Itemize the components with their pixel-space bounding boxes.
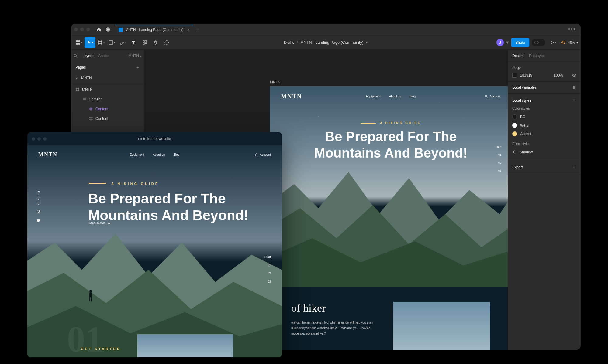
svg-rect-3 [76,43,78,45]
browser-traffic-lights[interactable] [32,137,47,141]
twitter-icon[interactable] [36,218,41,222]
account-link[interactable]: Account [254,153,271,157]
comment-tool[interactable] [161,37,172,48]
tab-assets[interactable]: Assets [98,54,109,58]
frame-icon [75,88,80,91]
move-tool[interactable]: ▾ [85,37,95,48]
local-variables-section: Local variables [508,82,581,94]
tab-layers[interactable]: Layers [82,54,93,58]
layer-content-frame[interactable]: Content [71,114,144,124]
svg-rect-8 [143,43,144,44]
layer-frame-mntn[interactable]: MNTN [71,85,144,94]
hero-title: Be Prepared For TheMountains And Beyond! [88,190,248,224]
nav-equipment[interactable]: Equipment [130,153,144,156]
tab-prototype[interactable]: Prototype [529,54,544,58]
design-frame-mntn[interactable]: MNTN Equipment About us Blog Account A H… [270,86,508,350]
scroll-down-cta[interactable]: Scroll Down [89,221,110,225]
right-panel: Design Prototype Page 181919 100% Local … [508,50,581,350]
add-page-button[interactable]: ＋ [136,65,140,70]
left-panel-tabs: Layers Assets MNTN▴ [71,50,144,62]
nav-links: Equipment About us Blog [366,95,416,98]
svg-rect-5 [109,41,113,44]
breadcrumb-drafts[interactable]: Drafts [284,40,295,45]
logo: MNTN [281,93,302,100]
export-section: Export ＋ [508,160,581,174]
effect-styles-header: Effect styles [512,142,576,145]
search-icon[interactable] [74,54,78,58]
text-tool[interactable] [128,37,139,48]
page-background-row[interactable]: 181919 100% [512,73,576,78]
toolbar: ▾ ▾ ▾ ▾ ▾ Drafts / MNTN - Landing Page (… [71,35,581,50]
shape-tool[interactable]: ▾ [106,37,117,48]
close-tab-icon[interactable]: × [187,27,189,32]
window-traffic-lights[interactable] [74,28,90,31]
pen-tool[interactable]: ▾ [117,37,128,48]
get-started-tagline: GET STARTED [81,347,121,351]
page-name: MNTN [81,76,92,80]
color-swatch[interactable] [512,73,517,78]
breadcrumb-separator: / [297,40,298,45]
tab-design[interactable]: Design [512,54,523,58]
page-indicator: Start 01 02 03 [496,145,501,172]
page-row[interactable]: ✓ MNTN [71,73,144,83]
section-body: ore can be an important tool when al gui… [291,320,378,336]
resources-tool[interactable] [139,37,150,48]
hand-tool[interactable] [150,37,161,48]
bg-opacity[interactable]: 100% [554,73,563,77]
hiker-figure [87,289,95,303]
content-section: of hiker ore can be an important tool wh… [270,287,508,350]
svg-point-19 [38,211,40,213]
dev-mode-toggle[interactable] [532,39,545,46]
breadcrumb-file[interactable]: MNTN - Landing Page (Community) [300,40,363,45]
color-style-accent[interactable]: Accent [512,130,576,138]
instagram-icon[interactable] [36,209,41,214]
add-export-button[interactable]: ＋ [572,164,576,170]
page-dropdown[interactable]: MNTN▴ [128,54,141,58]
svg-point-17 [256,153,257,155]
layer-content-auto[interactable]: Content [71,94,144,104]
svg-rect-24 [91,297,92,301]
new-tab-button[interactable]: ＋ [193,25,202,34]
chevron-down-icon[interactable]: ▾ [366,40,368,45]
effect-style-shadow[interactable]: Shadow [512,148,576,156]
bg-hex[interactable]: 181919 [520,73,532,77]
color-style-bg[interactable]: BG [512,113,576,121]
browser-viewport: MNTN Equipment About us Blog Account Fol… [27,145,282,357]
color-style-weiss[interactable]: Weiß [512,121,576,130]
breadcrumb[interactable]: Drafts / MNTN - Landing Page (Community)… [284,40,368,45]
avatar[interactable]: J [496,39,504,46]
page-section: Page 181919 100% [508,62,581,82]
frame-label[interactable]: MNTN [270,80,281,84]
shadow-icon [512,150,516,154]
share-button[interactable]: Share [511,38,529,47]
home-icon[interactable] [94,25,103,34]
missing-fonts-indicator[interactable]: A? [561,40,565,45]
present-button[interactable]: ▾ [548,37,558,48]
window-menu-icon[interactable]: ••• [566,26,578,32]
svg-point-10 [485,95,487,96]
site-nav: MNTN Equipment About us Blog Account [270,93,508,100]
svg-point-9 [74,54,77,57]
color-styles-header: Color styles [512,107,576,110]
community-icon[interactable] [103,25,112,34]
section-title: of hiker [291,302,378,315]
nav-blog[interactable]: Blog [173,153,179,156]
avatar-chevron-icon[interactable]: ▾ [506,39,509,45]
frame-tool[interactable]: ▾ [95,37,106,48]
eye-icon[interactable] [572,73,576,77]
add-style-button[interactable]: ＋ [572,97,576,104]
browser-titlebar: mntn.framer.website [27,132,282,145]
hero-section: MNTN Equipment About us Blog Account A H… [270,86,508,287]
layer-content-component[interactable]: Content [71,104,144,114]
file-tab[interactable]: MNTN - Landing Page (Community) × [115,25,193,34]
svg-point-20 [40,211,40,211]
nav-about[interactable]: About us [153,153,165,156]
svg-point-16 [513,151,515,153]
zoom-control[interactable]: 40%▾ [568,40,578,45]
settings-icon[interactable] [572,85,576,90]
user-icon [484,95,488,98]
svg-rect-23 [89,297,90,301]
nav-equipment: Equipment [366,95,381,98]
main-menu-icon[interactable]: ▾ [74,37,85,48]
pages-header: Pages ＋ [71,62,144,73]
